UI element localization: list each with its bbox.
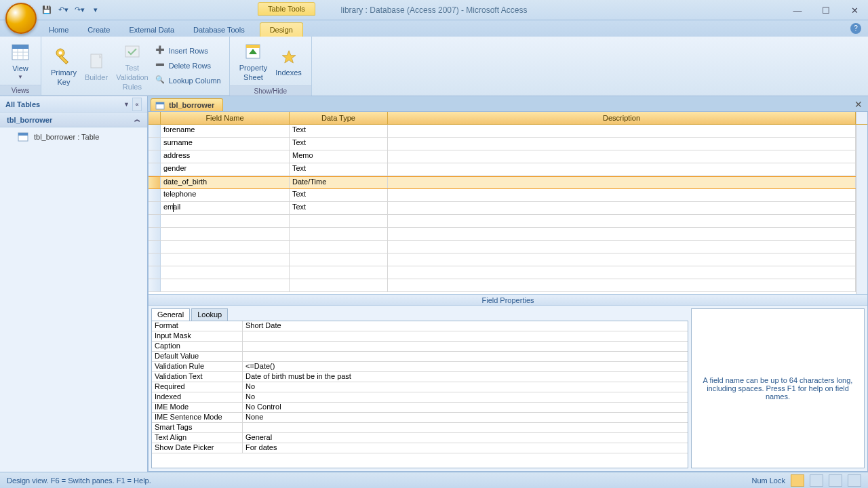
table-row[interactable]: genderText — [149, 163, 856, 176]
test-validation-button[interactable]: Test Validation Rules — [112, 39, 153, 92]
row-selector[interactable] — [149, 189, 161, 201]
table-row[interactable] — [149, 241, 856, 253]
property-value[interactable]: No — [243, 392, 688, 402]
vertical-scrollbar[interactable] — [856, 125, 867, 294]
property-value[interactable]: No — [243, 382, 688, 392]
chevron-down-icon[interactable]: ▼ — [123, 101, 130, 108]
field-name-cell[interactable] — [161, 215, 290, 227]
data-type-cell[interactable] — [290, 266, 388, 279]
data-type-cell[interactable] — [290, 279, 388, 291]
field-name-cell[interactable] — [161, 266, 290, 279]
row-selector[interactable] — [149, 163, 161, 176]
pivot-table-view-button[interactable] — [829, 474, 842, 487]
datasheet-view-button[interactable] — [810, 474, 823, 487]
property-row[interactable]: Input Mask — [152, 331, 688, 342]
property-row[interactable]: Show Date PickerFor dates — [152, 443, 688, 453]
tab-external-data[interactable]: External Data — [119, 23, 184, 37]
primary-key-button[interactable]: Primary Key — [47, 44, 81, 87]
nav-group-tbl-borrower[interactable]: tbl_borrower ︽ — [0, 113, 147, 127]
prop-tab-lookup[interactable]: Lookup — [191, 308, 228, 321]
redo-icon[interactable]: ↷▾ — [73, 4, 85, 16]
tab-database-tools[interactable]: Database Tools — [184, 23, 254, 37]
data-type-cell[interactable]: Memo — [290, 150, 388, 163]
row-selector[interactable] — [149, 228, 161, 240]
description-cell[interactable] — [388, 266, 856, 279]
column-header-description[interactable]: Description — [388, 112, 856, 124]
field-name-cell[interactable]: address — [161, 150, 290, 163]
field-name-cell[interactable] — [161, 253, 290, 266]
data-type-cell[interactable]: Text — [290, 189, 388, 201]
table-row[interactable]: forenameText — [149, 125, 856, 138]
data-type-cell[interactable] — [290, 228, 388, 240]
data-type-cell[interactable] — [290, 253, 388, 266]
row-selector[interactable] — [149, 253, 161, 266]
table-row[interactable]: addressMemo — [149, 150, 856, 163]
row-selector[interactable] — [149, 241, 161, 253]
data-type-cell[interactable]: Text — [290, 163, 388, 176]
property-row[interactable]: IME Sentence ModeNone — [152, 413, 688, 423]
delete-rows-button[interactable]: ➖ Delete Rows — [153, 59, 224, 73]
field-name-cell[interactable]: telephone — [161, 189, 290, 201]
property-value[interactable] — [243, 352, 688, 361]
table-row[interactable] — [149, 215, 856, 228]
property-row[interactable]: Text AlignGeneral — [152, 433, 688, 443]
pivot-chart-view-button[interactable] — [848, 474, 861, 487]
table-row[interactable]: emailText — [149, 202, 856, 215]
doc-tab-tbl-borrower[interactable]: tbl_borrower — [151, 98, 223, 111]
property-row[interactable]: IndexedNo — [152, 392, 688, 403]
tab-home[interactable]: Home — [39, 23, 78, 37]
field-name-cell[interactable]: surname — [161, 138, 290, 150]
property-value[interactable] — [243, 331, 688, 341]
row-selector[interactable] — [149, 279, 161, 291]
qat-menu-icon[interactable]: ▾ — [90, 4, 102, 16]
insert-rows-button[interactable]: ➕ Insert Rows — [153, 44, 224, 58]
property-row[interactable]: Caption — [152, 342, 688, 352]
select-all-corner[interactable] — [149, 112, 161, 124]
property-value[interactable] — [243, 342, 688, 351]
property-row[interactable]: RequiredNo — [152, 382, 688, 392]
row-selector[interactable] — [149, 266, 161, 279]
table-row[interactable]: telephoneText — [149, 189, 856, 202]
indexes-button[interactable]: Indexes — [271, 44, 306, 78]
description-cell[interactable] — [388, 177, 856, 188]
table-row[interactable]: surnameText — [149, 138, 856, 150]
description-cell[interactable] — [388, 163, 856, 176]
column-header-data-type[interactable]: Data Type — [290, 112, 388, 124]
property-value[interactable]: For dates — [243, 443, 688, 453]
property-row[interactable]: Smart Tags — [152, 423, 688, 433]
row-selector[interactable] — [149, 177, 161, 188]
table-row[interactable]: date_of_birthDate/Time — [149, 176, 856, 189]
property-row[interactable]: FormatShort Date — [152, 321, 688, 331]
table-row[interactable] — [149, 266, 856, 279]
data-type-cell[interactable] — [290, 241, 388, 253]
row-selector[interactable] — [149, 202, 161, 214]
close-button[interactable]: ✕ — [846, 4, 863, 16]
data-type-cell[interactable]: Text — [290, 138, 388, 150]
prop-tab-general[interactable]: General — [151, 308, 190, 321]
property-value[interactable]: Date of birth must be in the past — [243, 372, 688, 382]
property-value[interactable]: None — [243, 413, 688, 422]
property-row[interactable]: IME ModeNo Control — [152, 403, 688, 413]
data-type-cell[interactable]: Text — [290, 125, 388, 137]
data-type-cell[interactable]: Date/Time — [290, 177, 388, 188]
property-row[interactable]: Validation TextDate of birth must be in … — [152, 372, 688, 382]
field-name-cell[interactable] — [161, 228, 290, 240]
undo-icon[interactable]: ↶▾ — [57, 4, 69, 16]
description-cell[interactable] — [388, 241, 856, 253]
design-view-button[interactable] — [791, 474, 804, 487]
field-name-cell[interactable]: forename — [161, 125, 290, 137]
property-value[interactable]: Short Date — [243, 321, 688, 331]
data-type-cell[interactable] — [290, 215, 388, 227]
description-cell[interactable] — [388, 138, 856, 150]
help-icon[interactable]: ? — [850, 23, 861, 34]
lookup-column-button[interactable]: 🔍 Lookup Column — [153, 74, 224, 87]
table-row[interactable] — [149, 228, 856, 241]
description-cell[interactable] — [388, 215, 856, 227]
field-name-cell[interactable] — [161, 241, 290, 253]
collapse-nav-icon[interactable]: « — [132, 98, 142, 111]
description-cell[interactable] — [388, 125, 856, 137]
row-selector[interactable] — [149, 150, 161, 163]
property-value[interactable]: <=Date() — [243, 362, 688, 371]
description-cell[interactable] — [388, 228, 856, 240]
maximize-button[interactable]: ☐ — [818, 4, 834, 16]
